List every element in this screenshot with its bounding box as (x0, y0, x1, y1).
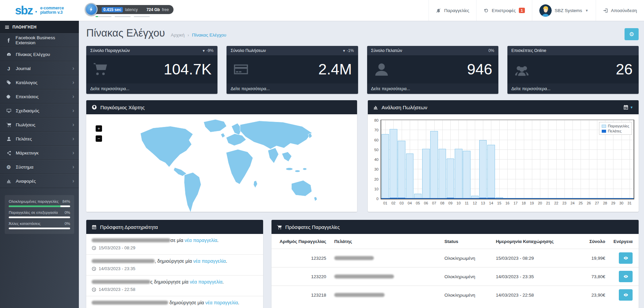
calendar-icon (623, 105, 629, 110)
breadcrumb-home[interactable]: Αρχική (171, 33, 185, 38)
y-axis-tick: 0 (377, 197, 379, 201)
stat-card-see-more-link[interactable]: Δείτε περισσότερα... (86, 83, 217, 94)
stat-card-see-more-link[interactable]: Δείτε περισσότερα... (227, 83, 358, 94)
x-axis-tick: 01 (383, 201, 387, 205)
x-axis-tick: 18 (522, 201, 526, 205)
sidebar-order-stats: Ολοκληρωμένες παραγγελίες84%Παραγγελίες … (5, 195, 74, 234)
barchart-icon (5, 179, 12, 184)
sidebar-item-facebook-business-extension[interactable]: Facebook Business Extension (0, 33, 79, 47)
nav-account[interactable]: SBZ Systems ▼ (532, 0, 596, 21)
stat-card-value: 2.4M (318, 61, 352, 78)
x-axis-tick: 09 (448, 201, 452, 205)
sidebar-item-catalog[interactable]: Κατάλογος› (0, 75, 79, 89)
sidebar-item-system[interactable]: ⚙Σύστημα› (0, 160, 79, 174)
sidebar-item-customers[interactable]: Πελάτες› (0, 132, 79, 146)
stat-card-title: Σύνολο Παραγγελιών (90, 48, 130, 53)
nav-orders[interactable]: Παραγγελίες (429, 0, 476, 21)
x-axis-tick: 03 (400, 201, 404, 205)
new-order-link[interactable]: νέα παραγγελία (185, 238, 217, 243)
clock-icon (92, 246, 96, 250)
chevron-right-icon: › (72, 80, 74, 85)
chart-legend: ΠαραγγελίεςΠελάτες (599, 122, 632, 135)
view-order-button[interactable] (619, 252, 633, 264)
order-stat: Παραγγελίες σε επεξεργασία0% (9, 210, 70, 218)
nav-orders-label: Παραγγελίες (444, 8, 469, 13)
new-order-link[interactable]: νέα παραγγελία (205, 300, 238, 305)
x-axis-tick: 27 (595, 201, 599, 205)
legend-label: Πελάτες (608, 129, 622, 133)
nav-returns[interactable]: Επιστροφές 1 (476, 0, 532, 21)
redacted-customer-name (92, 259, 155, 263)
x-axis-tick: 14 (489, 201, 493, 205)
x-axis-tick: 16 (505, 201, 509, 205)
legend-label: Παραγγελίες (608, 124, 629, 128)
sidebar-item-design[interactable]: Σχεδιασμός› (0, 104, 79, 118)
sign-out-icon (603, 8, 608, 13)
sidebar-item-marketing[interactable]: Μάρκετινγκ› (0, 146, 79, 160)
chart-bar-Παραγγελίες (430, 131, 438, 199)
x-axis-tick: 29 (611, 201, 615, 205)
chart-range-dropdown[interactable]: ▼ (623, 105, 633, 110)
sidebar-item-dashboard[interactable]: Πίνακας Ελέγχου (0, 47, 79, 61)
stat-card-see-more-link[interactable]: Δείτε περισσότερα... (507, 83, 639, 94)
view-order-button[interactable] (619, 289, 633, 301)
breadcrumb-separator: › (188, 33, 189, 38)
new-order-link[interactable]: νέα παραγγελία (190, 279, 222, 285)
y-axis-tick: 50 (374, 148, 379, 152)
sidebar-item-extensions[interactable]: Επεκτάσεις› (0, 89, 79, 104)
world-map-panel-header: Παγκόσμιος Χάρτης (86, 100, 357, 114)
sales-analysis-panel-header: Ανάλυση Πωλήσεων ▼ (368, 100, 639, 114)
order-stat: Ολοκληρωμένες παραγγελίες84% (9, 199, 70, 207)
activity-timestamp: 14/03/2023 - 22:58 (92, 287, 258, 292)
chevron-right-icon: › (72, 178, 74, 184)
stat-cards-row: Σύνολο Παραγγελιών▼-9%104.7KΔείτε περισσ… (86, 46, 639, 94)
logo-dot: · (35, 7, 38, 17)
sidebar-item-journal[interactable]: JJournal› (0, 61, 79, 75)
new-order-link[interactable]: νέα παραγγελία (193, 258, 226, 264)
world-map[interactable]: + − (86, 114, 357, 212)
sidebar-title: ΠΛΟΗΓΗΣΗ (0, 21, 79, 33)
order-stat-value: 84% (62, 199, 70, 203)
redacted-customer-name (334, 256, 374, 260)
stat-card: Σύνολο Πελατών0%946Δείτε περισσότερα... (367, 46, 498, 94)
cart-icon (277, 225, 282, 230)
sidebar-title-label: ΠΛΟΗΓΗΣΗ (12, 25, 37, 29)
stat-card-change: 0% (488, 48, 494, 53)
cart-icon (92, 61, 109, 78)
credit-icon (233, 61, 249, 78)
map-zoom-out-button[interactable]: − (96, 135, 102, 142)
sidebar-item-label: Σύστημα (16, 165, 33, 170)
latency-progress-bars (96, 16, 174, 17)
sidebar-item-label: Σχεδιασμός (16, 108, 39, 113)
x-axis-tick: 08 (440, 201, 444, 205)
bar-chart-icon (373, 105, 378, 110)
logo[interactable]: sbz · e-commerce platform v.3 (0, 0, 79, 21)
nav-logout[interactable]: Αποσύνδεση (596, 0, 644, 21)
stat-card-see-more-link[interactable]: Δείτε περισσότερα... (367, 83, 498, 94)
y-axis-tick: 70 (374, 128, 379, 132)
order-stat-label: Άλλες καταστάσεις (9, 222, 41, 226)
order-total: 19,99€ (576, 249, 609, 267)
progress-bar (96, 16, 111, 17)
y-axis-tick: 10 (374, 187, 379, 191)
recent-orders-panel: Πρόσφατες Παραγγελίες Αριθμός Παραγγελία… (271, 220, 639, 308)
orders-column-header: Ημερομηνία Καταχώρησης (492, 234, 576, 249)
sidebar-item-reports[interactable]: Αναφορές› (0, 174, 79, 188)
logo-text: sbz (15, 4, 33, 17)
latency-value: 0.415 sec (102, 7, 123, 12)
recent-orders-title: Πρόσφατες Παραγγελίες (285, 224, 340, 230)
x-axis-tick: 25 (579, 201, 583, 205)
map-zoom-in-button[interactable]: + (96, 125, 102, 132)
chevron-right-icon: › (72, 66, 74, 71)
view-order-button[interactable] (619, 271, 633, 282)
clock-icon (92, 266, 96, 271)
order-stat-value: 0% (64, 210, 70, 214)
redacted-customer-name (334, 274, 394, 279)
sidebar-item-sales[interactable]: Πωλήσεις› (0, 118, 79, 132)
breadcrumb-current[interactable]: Πίνακας Ελέγχου (192, 33, 226, 38)
calendar-icon (92, 225, 97, 230)
settings-button[interactable]: ⚙ (625, 28, 639, 40)
stat-card: Επισκέπτες Online26Δείτε περισσότερα... (507, 46, 639, 94)
stat-card-change: ▼-1% (342, 48, 354, 53)
users-icon (513, 61, 530, 78)
